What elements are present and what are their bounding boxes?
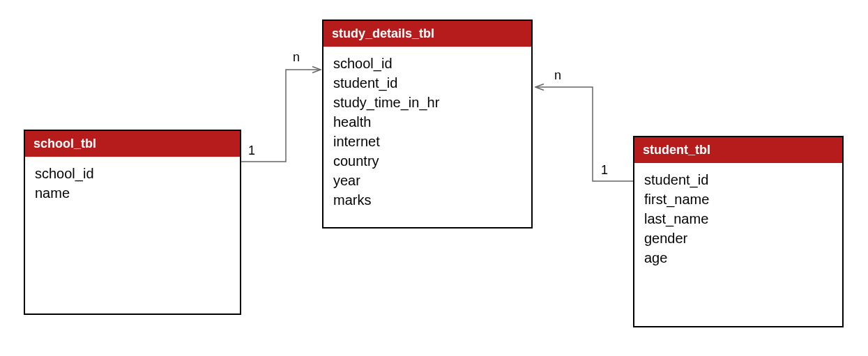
field-study-time: study_time_in_hr [333, 93, 521, 112]
field-study-year: year [333, 171, 521, 190]
field-student-id: student_id [644, 170, 832, 189]
entity-body-student: student_id first_name last_name gender a… [634, 163, 842, 274]
field-student-gender: gender [644, 229, 832, 248]
field-study-student-id: student_id [333, 73, 521, 93]
field-study-school-id: school_id [333, 54, 521, 73]
cardinality-student-one: 1 [601, 163, 608, 178]
field-study-internet: internet [333, 132, 521, 151]
field-study-marks: marks [333, 190, 521, 210]
entity-student-tbl: student_tbl student_id first_name last_n… [633, 136, 844, 327]
entity-header-student: student_tbl [634, 137, 842, 163]
field-student-last-name: last_name [644, 209, 832, 229]
entity-study-details-tbl: study_details_tbl school_id student_id s… [322, 20, 533, 229]
field-school-name: name [35, 183, 230, 203]
entity-school-tbl: school_tbl school_id name [24, 130, 241, 315]
field-school-id: school_id [35, 164, 230, 183]
field-study-health: health [333, 112, 521, 132]
entity-body-study-details: school_id student_id study_time_in_hr he… [323, 47, 531, 217]
field-student-age: age [644, 248, 832, 268]
entity-header-study-details: study_details_tbl [323, 21, 531, 47]
cardinality-school-one: 1 [248, 144, 255, 158]
field-student-first-name: first_name [644, 189, 832, 209]
field-study-country: country [333, 151, 521, 171]
er-diagram: school_tbl school_id name study_details_… [0, 0, 868, 356]
entity-header-school: school_tbl [25, 131, 240, 157]
cardinality-study-n-right: n [554, 68, 561, 83]
entity-body-school: school_id name [25, 157, 240, 226]
cardinality-study-n-left: n [293, 50, 300, 65]
